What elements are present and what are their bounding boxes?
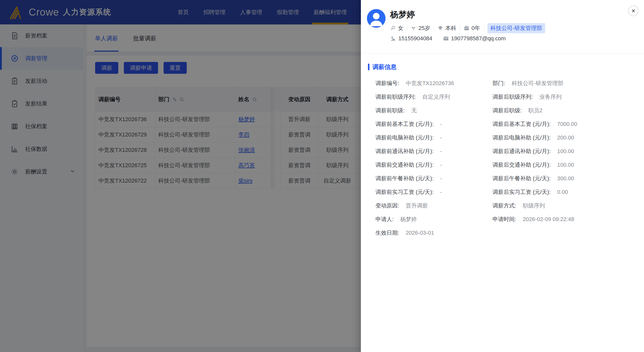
field-row: 调薪前实习工资 (元/天): - 调薪后实习工资 (元/天): 0.00 [368, 185, 644, 199]
field-label: 调薪前电脑补助 (元/月): [375, 134, 434, 142]
field-right: 调薪后午餐补助 (元/天): 300.00 [492, 175, 574, 182]
field-row: 调薪前午餐补助 (元/天): - 调薪后午餐补助 (元/天): 300.00 [368, 172, 644, 185]
field-left: 调薪前职级: 无 [368, 107, 492, 114]
field-left: 调薪前交通补助 (元/月): - [368, 161, 492, 169]
drawer-body: 调薪信息 调薪编号: 中竞发TX12026736 部门: 科技公司-研发管理部 [361, 53, 644, 240]
section-accent-bar [368, 64, 369, 70]
field-value: 科技公司-研发管理部 [512, 80, 563, 87]
field-label: 申请时间: [493, 216, 516, 223]
email-item: 1907798587@qq.com [443, 35, 506, 42]
employee-contact: 15155904084 1907798587@qq.com [390, 35, 506, 42]
field-right: 调薪后基本工资 (元/月): 7000.00 [492, 120, 577, 128]
envelope-icon [443, 36, 449, 42]
modal-overlay[interactable] [0, 0, 361, 352]
field-label: 调薪后职级序列: [493, 93, 533, 101]
adjustment-fields: 调薪编号: 中竞发TX12026736 部门: 科技公司-研发管理部 调薪前职级… [368, 77, 644, 240]
field-label: 调薪前午餐补助 (元/天): [375, 175, 434, 182]
field-label: 调薪前职级: [375, 107, 405, 114]
field-right: 调薪方式: 职级序列 [492, 202, 545, 209]
employee-meta: 女 25岁 本科 0年 科技公司-研发管理部 [390, 23, 545, 33]
field-right: 调薪后电脑补助 (元/月): 200.00 [492, 134, 574, 142]
field-label: 调薪后通讯补助 (元/月): [493, 148, 551, 155]
employee-detail-drawer: 杨梦婷 女 25岁 本科 0年 科技公司-研发管理部 [361, 0, 644, 352]
field-label: 调薪编号: [375, 80, 399, 87]
field-label: 调薪前职级序列: [375, 93, 416, 101]
field-value: 职员2 [528, 107, 542, 114]
gender-item: 女 [390, 24, 403, 32]
drawer-header: 杨梦婷 女 25岁 本科 0年 科技公司-研发管理部 [361, 0, 644, 53]
female-icon [390, 25, 396, 31]
work-years-item: 0年 [464, 24, 480, 32]
field-label: 调薪后职级: [493, 107, 522, 114]
field-row: 生效日期: 2026-03-01 [368, 226, 644, 240]
divider [484, 25, 484, 31]
field-value: 晋升调薪 [406, 202, 428, 209]
field-right: 调薪后实习工资 (元/天): 0.00 [492, 188, 568, 196]
age-item: 25岁 [411, 24, 430, 32]
field-right: 调薪后交通补助 (元/月): 100.00 [492, 161, 574, 169]
field-row: 调薪前通讯补助 (元/月): - 调薪后通讯补助 (元/月): 100.00 [368, 145, 644, 158]
field-row: 调薪前交通补助 (元/月): - 调薪后交通补助 (元/月): 100.00 [368, 158, 644, 172]
field-value: 自定义序列 [422, 93, 450, 101]
field-value: 中竞发TX12026736 [406, 80, 454, 87]
field-value: 7000.00 [557, 121, 577, 127]
field-right: 申请时间: 2026-02-09 09:22:48 [492, 216, 574, 223]
field-value: - [440, 162, 442, 168]
field-left: 调薪前职级序列: 自定义序列 [368, 93, 492, 101]
field-label: 调薪后基本工资 (元/月): [493, 120, 551, 128]
field-value: 业务序列 [539, 93, 561, 101]
field-label: 调薪前交通补助 (元/月): [375, 161, 434, 169]
field-label: 调薪前实习工资 (元/天): [375, 188, 434, 196]
avatar [367, 9, 386, 28]
field-value: 无 [411, 107, 417, 114]
department-badge: 科技公司-研发管理部 [487, 23, 545, 33]
sprout-icon [411, 25, 417, 31]
field-row: 调薪前基本工资 (元/月): - 调薪后基本工资 (元/月): 7000.00 [368, 117, 644, 131]
field-value: - [440, 121, 442, 127]
field-label: 变动原因: [375, 202, 399, 209]
field-right: 部门: 科技公司-研发管理部 [492, 80, 563, 87]
field-left: 调薪前午餐补助 (元/天): - [368, 175, 492, 182]
field-value: 0.00 [557, 189, 568, 195]
field-row: 申请人: 杨梦婷 申请时间: 2026-02-09 09:22:48 [368, 213, 644, 226]
field-right: 调薪后职级序列: 业务序列 [492, 93, 561, 101]
field-label: 调薪后实习工资 (元/天): [493, 188, 551, 196]
field-value: - [440, 134, 442, 141]
field-left: 调薪前通讯补助 (元/月): - [368, 148, 492, 155]
field-left: 生效日期: 2026-03-01 [368, 229, 492, 237]
divider [407, 25, 407, 31]
field-label: 调薪后交通补助 (元/月): [493, 161, 551, 169]
section-title: 调薪信息 [368, 63, 644, 71]
field-row: 调薪前电脑补助 (元/月): - 调薪后电脑补助 (元/月): 200.00 [368, 131, 644, 145]
field-row: 调薪前职级序列: 自定义序列 调薪后职级序列: 业务序列 [368, 90, 644, 104]
field-left: 调薪前基本工资 (元/月): - [368, 120, 492, 128]
field-left: 调薪编号: 中竞发TX12026736 [368, 80, 492, 87]
education-item: 本科 [437, 24, 456, 32]
field-label: 调薪方式: [493, 202, 516, 209]
field-label: 生效日期: [375, 229, 399, 237]
field-value: 200.00 [557, 134, 574, 141]
field-value: 2026-02-09 09:22:48 [523, 216, 574, 223]
field-value: - [440, 189, 442, 195]
field-value: 2026-03-01 [406, 230, 434, 236]
field-value: - [440, 175, 442, 182]
field-label: 调薪前通讯补助 (元/月): [375, 148, 434, 155]
close-button[interactable] [628, 6, 639, 16]
divider [460, 25, 460, 31]
field-label: 调薪后电脑补助 (元/月): [493, 134, 551, 142]
field-left: 申请人: 杨梦婷 [368, 216, 492, 223]
close-icon [631, 8, 636, 13]
employee-name: 杨梦婷 [390, 9, 415, 20]
briefcase-icon [464, 25, 470, 31]
person-icon [367, 9, 386, 28]
divider [434, 25, 434, 31]
field-value: 100.00 [557, 162, 574, 168]
field-right: 调薪后职级: 职员2 [492, 107, 542, 114]
field-label: 部门: [493, 80, 505, 87]
field-value: 职级序列 [523, 202, 545, 209]
field-label: 申请人: [375, 216, 394, 223]
phone-item: 15155904084 [390, 35, 432, 42]
field-label: 调薪前基本工资 (元/月): [375, 120, 434, 128]
field-value: - [440, 148, 442, 155]
field-row: 调薪前职级: 无 调薪后职级: 职员2 [368, 104, 644, 117]
